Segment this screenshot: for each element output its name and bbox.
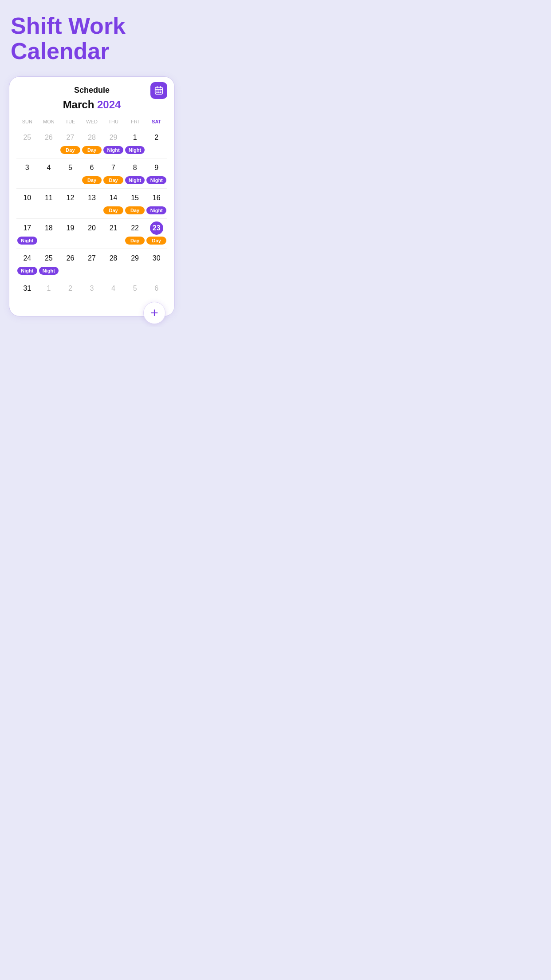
calendar-cell[interactable]: 6Day (81, 158, 103, 188)
date-number: 5 (63, 161, 77, 174)
day-header-thu: THU (102, 117, 124, 126)
calendar-cell[interactable]: 16Night (146, 188, 167, 218)
day-header-fri: FRI (124, 117, 146, 126)
date-number: 3 (20, 161, 34, 174)
calendar-cell[interactable]: 28 (102, 249, 124, 279)
calendar-cell[interactable]: 3 (81, 279, 103, 309)
date-number: 23 (150, 221, 163, 235)
day-headers: SUN MON TUE WED THU FRI SAT (16, 117, 167, 126)
date-number: 22 (128, 221, 142, 235)
shift-badge: Day (125, 237, 145, 245)
calendar-cell[interactable]: 4 (38, 158, 60, 188)
calendar-cell[interactable]: 9Night (146, 158, 167, 188)
shift-badge: Day (146, 237, 166, 245)
shift-badge: Day (82, 176, 102, 184)
calendar-cell[interactable]: 1Night (124, 128, 146, 158)
date-number: 26 (63, 252, 77, 265)
date-number: 26 (42, 131, 55, 144)
calendar-cell[interactable]: 18 (38, 218, 60, 249)
date-number: 21 (107, 221, 120, 235)
calendar-cell[interactable]: 5 (124, 279, 146, 309)
calendar-cell[interactable]: 8Night (124, 158, 146, 188)
calendar-cell[interactable]: 3 (16, 158, 38, 188)
calendar-cell[interactable]: 11 (38, 188, 60, 218)
calendar-cell[interactable]: 5 (59, 158, 81, 188)
calendar-cell[interactable]: 26 (38, 128, 60, 158)
shift-badge: Night (39, 267, 59, 275)
calendar-card: Schedule March 2024 SUN MON TUE WED THU … (9, 76, 175, 316)
date-number: 13 (85, 191, 98, 205)
month-year-heading: March 2024 (16, 99, 167, 111)
date-number: 28 (107, 252, 120, 265)
shift-badge: Night (146, 206, 166, 214)
calendar-cell[interactable]: 27Day (59, 128, 81, 158)
shift-badge: Day (82, 146, 102, 154)
date-number: 19 (63, 221, 77, 235)
date-number: 2 (150, 131, 163, 144)
date-number: 5 (128, 282, 142, 295)
day-header-mon: MON (38, 117, 60, 126)
calendar-cell[interactable]: 12 (59, 188, 81, 218)
calendar-cell[interactable]: 23Day (146, 218, 167, 249)
date-number: 2 (63, 282, 77, 295)
calendar-cell[interactable]: 14Day (102, 188, 124, 218)
calendar-cell[interactable]: 27 (81, 249, 103, 279)
date-number: 1 (128, 131, 142, 144)
shift-badge: Night (125, 146, 145, 154)
calendar-cell[interactable]: 26 (59, 249, 81, 279)
svg-rect-8 (158, 92, 160, 93)
schedule-label: Schedule (74, 86, 110, 95)
date-number: 14 (107, 191, 120, 205)
calendar-cell[interactable]: 7Day (102, 158, 124, 188)
date-number: 10 (20, 191, 34, 205)
date-number: 6 (85, 161, 98, 174)
calendar-cell[interactable]: 29Night (102, 128, 124, 158)
calendar-cell[interactable]: 25 (16, 128, 38, 158)
calendar-cell[interactable]: 28Day (81, 128, 103, 158)
svg-rect-7 (157, 92, 158, 93)
calendar-grid: 252627Day28Day29Night1Night23456Day7Day8… (16, 128, 167, 309)
calendar-icon-button[interactable] (150, 82, 167, 99)
shift-badge: Day (125, 206, 145, 214)
calendar-cell[interactable]: 20 (81, 218, 103, 249)
calendar-cell[interactable]: 17Night (16, 218, 38, 249)
calendar-cell[interactable]: 25Night (38, 249, 60, 279)
date-number: 24 (20, 252, 34, 265)
date-number: 29 (107, 131, 120, 144)
date-number: 12 (63, 191, 77, 205)
svg-rect-4 (157, 91, 158, 91)
date-number: 6 (150, 282, 163, 295)
date-number: 20 (85, 221, 98, 235)
fab-button[interactable]: + (143, 302, 165, 324)
day-header-sun: SUN (16, 117, 38, 126)
date-number: 9 (150, 161, 163, 174)
calendar-cell[interactable]: 22Day (124, 218, 146, 249)
date-number: 28 (85, 131, 98, 144)
date-number: 30 (150, 252, 163, 265)
date-number: 27 (63, 131, 77, 144)
date-number: 15 (128, 191, 142, 205)
calendar-cell[interactable]: 2 (146, 128, 167, 158)
calendar-cell[interactable]: 15Day (124, 188, 146, 218)
shift-badge: Night (17, 267, 37, 275)
date-number: 16 (150, 191, 163, 205)
date-number: 11 (42, 191, 55, 205)
calendar-cell[interactable]: 30 (146, 249, 167, 279)
calendar-cell[interactable]: 21 (102, 218, 124, 249)
calendar-cell[interactable]: 29 (124, 249, 146, 279)
calendar-cell[interactable]: 13 (81, 188, 103, 218)
calendar-cell[interactable]: 10 (16, 188, 38, 218)
shift-badge: Day (103, 176, 123, 184)
calendar-cell[interactable]: 2 (59, 279, 81, 309)
date-number: 1 (42, 282, 55, 295)
day-header-sat: SAT (146, 117, 167, 126)
date-number: 27 (85, 252, 98, 265)
calendar-cell[interactable]: 1 (38, 279, 60, 309)
calendar-cell[interactable]: 19 (59, 218, 81, 249)
calendar-cell[interactable]: 24Night (16, 249, 38, 279)
calendar-cell[interactable]: 4 (102, 279, 124, 309)
calendar-cell[interactable]: 31 (16, 279, 38, 309)
svg-rect-5 (158, 91, 160, 91)
shift-badge: Day (60, 146, 80, 154)
card-header: Schedule (16, 86, 167, 95)
